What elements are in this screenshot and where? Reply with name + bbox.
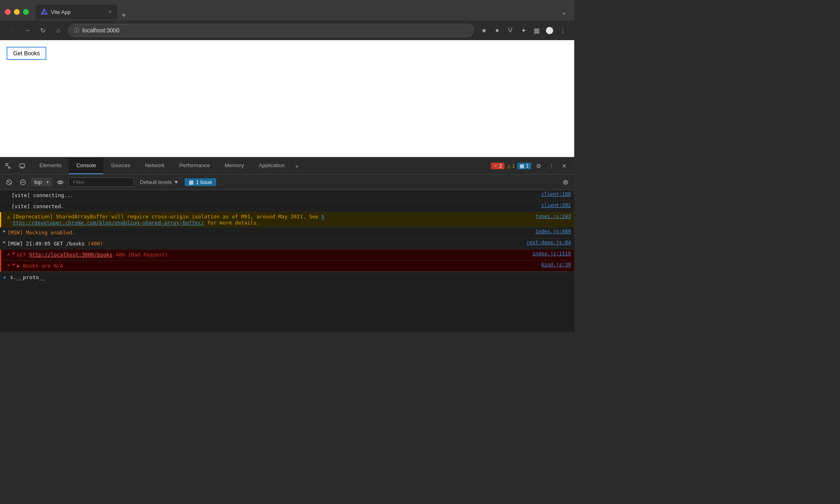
console-source[interactable]: bind.js:30 xyxy=(533,262,571,268)
url-text: localhost:3000 xyxy=(82,27,119,34)
svg-point-11 xyxy=(565,182,566,183)
get-books-button[interactable]: Get Books xyxy=(7,47,46,60)
svg-point-10 xyxy=(564,180,568,184)
extension1-button[interactable]: ● xyxy=(491,25,503,36)
warn-icon: △ xyxy=(507,163,511,169)
page-content: Get Books xyxy=(0,40,574,157)
devtools-close-button[interactable]: ✕ xyxy=(559,161,569,171)
profile-button[interactable]: ⚪ xyxy=(544,25,555,36)
forward-button[interactable]: → xyxy=(21,25,33,36)
extension2-button[interactable]: ✦ xyxy=(518,25,529,36)
filter-input[interactable] xyxy=(68,177,134,187)
levels-chevron-icon: ▼ xyxy=(173,179,179,185)
svg-rect-3 xyxy=(20,164,25,167)
devtools-tabs: Elements Console Sources Network Perform… xyxy=(32,157,491,174)
console-source[interactable]: types.js:243 xyxy=(527,213,571,219)
tab-elements[interactable]: Elements xyxy=(32,157,69,174)
filter-toggle-button[interactable] xyxy=(17,177,29,187)
expand-arrow-icon[interactable]: ▶ xyxy=(13,262,15,266)
context-select[interactable]: top xyxy=(31,178,52,186)
devtools-settings-button[interactable]: ⚙ xyxy=(534,161,544,171)
levels-dropdown-button[interactable]: Default levels ▼ xyxy=(137,178,182,186)
minimize-window-button[interactable] xyxy=(14,9,20,15)
eye-button[interactable] xyxy=(55,177,66,187)
inspect-element-button[interactable] xyxy=(2,160,15,172)
address-bar: ← → ↻ ⌂ ⓘ localhost:3000 ★ ● V ✦ ▦ ⚪ ⋮ xyxy=(0,20,574,40)
console-text-error: GET http://localhost:3000/books 400 (Bad… xyxy=(17,251,524,259)
toolbar-icons: ★ ● V ✦ ▦ ⚪ ⋮ xyxy=(478,25,568,36)
tab-extras: ⌄ xyxy=(558,6,569,18)
tab-sources[interactable]: Sources xyxy=(103,157,138,174)
console-text-msw: [MSW] Mocking enabled. xyxy=(7,229,527,237)
console-source[interactable]: client:180 xyxy=(533,191,571,197)
more-tabs-button[interactable]: » xyxy=(292,157,302,174)
warn-text: [Deprecation] SharedArrayBuffer will req… xyxy=(13,213,324,220)
console-line: [vite] connected. client:202 xyxy=(0,201,574,212)
home-button[interactable]: ⌂ xyxy=(52,25,64,36)
console-line-warn: △ [Deprecation] SharedArrayBuffer will r… xyxy=(0,212,574,227)
url-bar[interactable]: ⓘ localhost:3000 xyxy=(68,24,474,37)
close-window-button[interactable] xyxy=(5,9,11,15)
console-text: [vite] connected. xyxy=(11,202,533,211)
expand-arrow-icon[interactable]: ▶ xyxy=(13,251,15,255)
console-source[interactable]: client:202 xyxy=(533,202,571,208)
tab-performance[interactable]: Performance xyxy=(172,157,217,174)
warn-text-end: for more details. xyxy=(207,220,260,226)
tab-close-button[interactable]: × xyxy=(109,9,112,15)
maximize-window-button[interactable] xyxy=(23,9,29,15)
warn-text-block: [Deprecation] SharedArrayBuffer will req… xyxy=(13,213,527,226)
expand-arrow-icon[interactable]: ▶ xyxy=(3,229,6,233)
device-toolbar-button[interactable] xyxy=(16,160,29,172)
tab-bar: Vite App × + xyxy=(35,5,558,19)
tab-application[interactable]: Application xyxy=(251,157,292,174)
issues-badge[interactable]: ▦ 1 Issue xyxy=(185,178,216,186)
error-circle-icon: ✕ xyxy=(5,251,13,257)
browser-chrome: Vite App × + ⌄ ← → ↻ ⌂ ⓘ localhost:3000 … xyxy=(0,0,574,40)
svg-rect-2 xyxy=(6,163,8,166)
console-text: [MSW] 21:49:05 GET /books (400) xyxy=(7,240,518,248)
deprecation-link[interactable]: h xyxy=(322,213,325,220)
new-tab-button[interactable]: + xyxy=(117,11,130,19)
tab-memory[interactable]: Memory xyxy=(217,157,251,174)
error-count-badge: ✕ 2 xyxy=(491,163,504,169)
expand-arrow-icon[interactable]: ▶ xyxy=(3,240,6,244)
console-line: ▶ [MSW] 21:49:05 GET /books (400) rest-d… xyxy=(0,238,574,250)
reload-button[interactable]: ↻ xyxy=(37,25,48,36)
line-icon-neutral xyxy=(3,191,11,192)
error-icon: ✕ xyxy=(493,163,498,169)
back-button[interactable]: ← xyxy=(6,25,17,36)
console-input-text[interactable]: s.__proto__ xyxy=(10,274,45,280)
console-source[interactable]: rest-deps.js:84 xyxy=(518,240,571,245)
svg-line-6 xyxy=(7,181,11,184)
devtools-actions: ✕ 2 △ 1 ▦ 1 ⚙ ⋮ ✕ xyxy=(491,161,573,171)
devtools-header: Elements Console Sources Network Perform… xyxy=(0,157,574,175)
console-line-error: ✕ ▶ ▶ Books are N/A bind.js:30 xyxy=(0,261,574,272)
svg-rect-4 xyxy=(21,168,23,168)
deprecation-link-full[interactable]: ttps://developer.chrome.com/blog/enablin… xyxy=(13,220,204,226)
tab-network[interactable]: Network xyxy=(138,157,172,174)
line-icon-neutral xyxy=(3,202,11,203)
security-icon: ⓘ xyxy=(74,27,79,34)
info-count-badge: ▦ 1 xyxy=(517,163,531,169)
console-line: [vite] connecting... client:180 xyxy=(0,190,574,201)
info-icon: ▦ xyxy=(520,163,524,169)
clear-console-button[interactable] xyxy=(3,177,15,187)
console-source[interactable]: index.js:669 xyxy=(527,229,571,234)
context-selector[interactable]: top ▼ xyxy=(31,178,52,186)
console-settings-button[interactable] xyxy=(560,178,571,187)
chrome-menu-button[interactable]: ⌄ xyxy=(558,6,569,18)
bookmark-button[interactable]: ★ xyxy=(478,25,490,36)
chrome-menu-main-button[interactable]: ⋮ xyxy=(557,25,568,36)
window-controls xyxy=(5,9,29,15)
active-tab[interactable]: Vite App × xyxy=(35,5,117,19)
error-url-link[interactable]: http://localhost:3000/books xyxy=(29,252,112,258)
console-source[interactable]: index.js:1510 xyxy=(524,251,571,257)
console-text-error: ▶ Books are N/A xyxy=(17,262,533,270)
devtools-more-button[interactable]: ⋮ xyxy=(546,161,557,171)
issues-icon: ▦ xyxy=(189,179,194,185)
console-line-error: ✕ ▶ GET http://localhost:3000/books 400 … xyxy=(0,250,574,261)
tab-console[interactable]: Console xyxy=(69,157,103,174)
extensions-button[interactable]: ▦ xyxy=(531,25,542,36)
console-prompt-icon: ▸ xyxy=(3,274,7,280)
vite-extension-button[interactable]: V xyxy=(504,25,516,36)
